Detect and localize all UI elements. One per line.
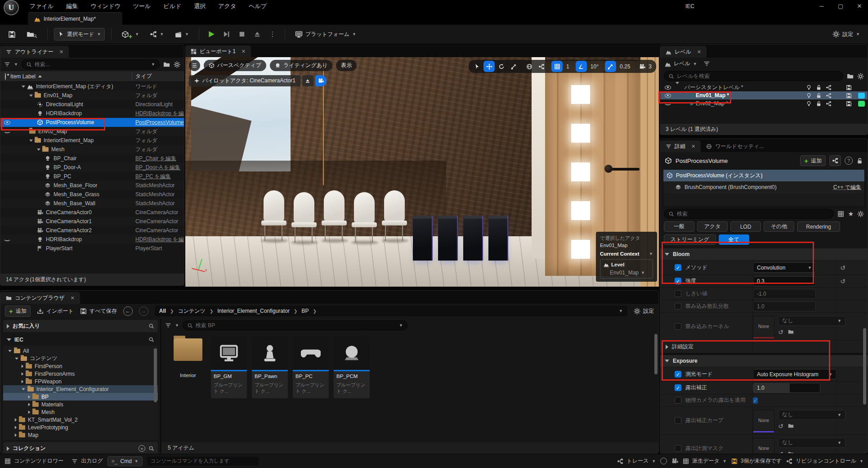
details-lock-icon[interactable] <box>856 158 863 164</box>
property-value-しきい値[interactable]: -1.0 <box>753 289 816 299</box>
favorites-section-header[interactable]: お気に入り <box>3 320 158 332</box>
level-color-chip[interactable] <box>858 101 865 107</box>
row-type[interactable]: BP_Door-A を編集 <box>135 164 184 171</box>
outliner-settings-icon[interactable] <box>174 61 180 68</box>
tree-item-materials[interactable]: Materials <box>3 400 158 408</box>
tree-item-map[interactable]: Map <box>3 431 158 439</box>
tree-caret[interactable] <box>22 372 24 376</box>
property-row-bloom-畳み込みカーネル[interactable]: 畳み込みカーネルNoneなし▼↺ <box>660 313 868 341</box>
platforms-dropdown[interactable]: プラットフォーム▼ <box>291 28 360 40</box>
tree-item-firstpersonarms[interactable]: FirstPersonArms <box>3 370 158 378</box>
details-search-input[interactable]: 検索 <box>664 209 834 219</box>
tree-caret[interactable] <box>15 433 17 437</box>
filter-button-全て[interactable]: 全て <box>719 234 749 245</box>
filter-button-ストリーミング[interactable]: ストリーミング <box>664 234 716 245</box>
level-visibility-toggle[interactable] <box>663 86 673 90</box>
filter-button-lod[interactable]: LOD <box>730 221 761 232</box>
outliner-row-mesh[interactable]: Meshフォルダ <box>0 145 184 154</box>
asset-card-bp_pc[interactable]: BP_PCブループリント ク... <box>292 336 329 399</box>
property-checkbox-物理カメラの露出を適用[interactable] <box>675 397 681 404</box>
property-checkbox-測光モード[interactable]: ✓ <box>675 371 681 378</box>
viewport-menu-icon[interactable]: ☰ <box>189 60 200 71</box>
outliner-row-interiorelement-map-[interactable]: InteriorElement_Map (エディタ)ワールド <box>0 82 184 91</box>
viewport-3d-scene[interactable]: x ☰ パースペクティブ ライティングあり 表示 1 10° <box>185 57 659 287</box>
outliner-row-cinecameraactor0[interactable]: CineCameraActor0CineCameraActor <box>0 208 184 217</box>
tree-caret[interactable] <box>22 388 25 390</box>
levels-new-folder-icon[interactable] <box>847 73 854 80</box>
property-value-物理カメラの露出を適用[interactable]: ✓ <box>753 397 758 404</box>
content-save-all-button[interactable]: すべて保存 <box>80 307 117 315</box>
tree-caret[interactable] <box>22 364 24 368</box>
blueprint-actions-button[interactable] <box>829 155 841 166</box>
tree-item-mesh[interactable]: Mesh <box>3 408 158 416</box>
scale-tool-icon[interactable] <box>508 61 519 72</box>
row-type[interactable]: PostProcessVolume <box>135 119 184 126</box>
details-close-icon[interactable]: ✕ <box>691 144 695 149</box>
stop-button[interactable] <box>236 28 248 40</box>
perspective-dropdown[interactable]: パースペクティブ <box>204 60 266 71</box>
project-section-header[interactable]: IEC <box>3 333 158 346</box>
property-value-畳み込み散乱分散[interactable]: 1.0 <box>753 302 816 311</box>
tree-caret[interactable] <box>15 357 18 360</box>
filter-button-一般[interactable]: 一般 <box>664 221 694 232</box>
grid-snap-icon[interactable] <box>551 61 563 72</box>
tab-interiorelement-map[interactable]: InteriorElement_Map* <box>28 12 122 25</box>
angle-snap-icon[interactable] <box>576 61 587 72</box>
tree-scrollbar[interactable] <box>154 348 157 402</box>
stop-piloting-icon[interactable] <box>302 75 313 86</box>
menu-item-6[interactable]: アクタ <box>212 0 242 12</box>
pilot-actor-label-chip[interactable]: パイロットアクタ: CineCameraActor1 <box>189 75 300 86</box>
outliner-row-cinecameraactor1[interactable]: CineCameraActor1CineCameraActor <box>0 217 184 226</box>
visibility-toggle[interactable] <box>0 130 14 133</box>
filter-button-rendering[interactable]: Rendering <box>797 221 840 232</box>
row-type[interactable]: HDRIBackdrop を編集 <box>135 236 184 243</box>
menu-item-1[interactable]: 編集 <box>60 0 84 12</box>
camera-speed-value[interactable]: 3 <box>649 63 653 70</box>
derived-data-dropdown[interactable]: 派生データ▼ <box>683 457 726 465</box>
tree-caret[interactable] <box>15 426 17 429</box>
blueprints-button[interactable]: ▼ <box>146 28 167 40</box>
screenshot-icon[interactable] <box>671 458 678 464</box>
filter-caret[interactable]: ▼ <box>14 62 18 67</box>
angle-snap-value[interactable]: 10° <box>588 63 601 70</box>
add-collection-icon[interactable]: + <box>139 445 145 452</box>
camera-speed-icon[interactable] <box>636 61 648 72</box>
content-add-button[interactable]: +追加 <box>5 306 31 317</box>
use-selected-icon[interactable]: ↺ <box>778 423 783 430</box>
outliner-row-cinecameraactor2[interactable]: CineCameraActor2CineCameraActor <box>0 226 184 235</box>
property-checkbox-露出補正カーブ[interactable] <box>675 417 681 424</box>
expand-caret[interactable] <box>22 86 25 88</box>
property-value-露出計測マスク[interactable]: Noneなし▼↺ <box>753 438 846 454</box>
level-visibility-toggle[interactable] <box>663 94 673 98</box>
levels-edit-icon[interactable] <box>703 60 710 67</box>
tree-caret[interactable] <box>28 403 31 406</box>
tab-viewport1[interactable]: ビューポート1 ✕ <box>185 45 251 57</box>
tree-item-firstperson[interactable]: FirstPerson <box>3 362 158 370</box>
favorites-icon[interactable]: ★ <box>848 210 854 217</box>
outliner-filter-icon[interactable] <box>4 61 10 68</box>
asset-card-bp_pawn[interactable]: BP_Pawnブループリント ク... <box>251 336 288 399</box>
breadcrumb-segment-bp[interactable]: BP <box>301 308 309 314</box>
property-checkbox-強度[interactable]: ✓ <box>675 278 681 284</box>
component-row-brush[interactable]: BrushComponent (BrushComponent0) C++ で編集 <box>663 181 864 193</box>
show-dropdown[interactable]: 表示 <box>336 60 357 71</box>
outliner-row-bp-pc[interactable]: BP_PCBP_PC を編集 <box>0 172 184 181</box>
collections-section-header[interactable]: コレクション + <box>3 442 158 454</box>
outliner-row-playerstart[interactable]: PlayerStartPlayerStart <box>0 244 184 253</box>
tab-levels[interactable]: レベル ✕ <box>660 46 707 58</box>
unreal-logo-icon[interactable]: U <box>4 0 19 15</box>
window-close-button[interactable]: ✕ <box>851 1 868 12</box>
property-checkbox-畳み込み散乱分散[interactable] <box>675 303 681 310</box>
property-value-強度[interactable]: 0.3 <box>753 276 816 286</box>
console-input[interactable]: コンソールコマンドを入力します <box>147 457 259 466</box>
tree-caret[interactable] <box>28 395 31 399</box>
outliner-column-header[interactable]: Item Label タイプ <box>0 71 184 82</box>
window-minimize-button[interactable]: ─ <box>813 1 830 12</box>
frame-skip-button[interactable] <box>221 28 233 40</box>
tree-item-interior-element-configurator[interactable]: Interior_Element_Configurator <box>3 385 158 393</box>
visibility-toggle[interactable] <box>0 121 14 125</box>
menu-item-2[interactable]: ウィンドウ <box>84 0 127 12</box>
level-color-chip[interactable] <box>858 93 865 99</box>
help-icon[interactable]: ? <box>845 157 853 165</box>
eject-button[interactable] <box>251 28 263 40</box>
